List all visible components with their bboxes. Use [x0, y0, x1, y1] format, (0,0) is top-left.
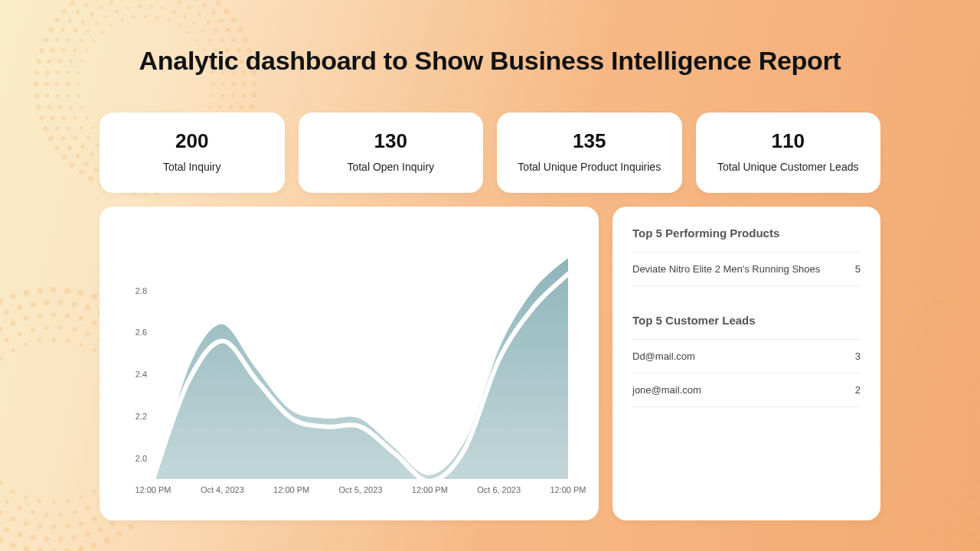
x-tick: 12:00 PM	[550, 485, 586, 494]
x-tick: Oct 6, 2023	[477, 485, 521, 494]
y-tick: 2.8	[136, 286, 147, 295]
product-name: Deviate Nitro Elite 2 Men's Running Shoe…	[632, 263, 855, 275]
x-tick: 12:00 PM	[412, 485, 448, 494]
stat-card-open-inquiry: 130 Total Open Inquiry	[299, 112, 484, 193]
lead-row: jone@mail.com2	[632, 373, 861, 407]
lead-count: 3	[855, 350, 861, 362]
x-tick: 12:00 PM	[135, 485, 171, 494]
stat-card-unique-product: 135 Total Unique Product Inquiries	[497, 112, 682, 193]
y-tick: 2.4	[136, 370, 147, 379]
stat-value: 135	[511, 129, 668, 153]
x-tick: Oct 5, 2023	[339, 485, 383, 494]
stat-value: 200	[113, 129, 271, 153]
lead-count: 2	[855, 384, 861, 396]
x-tick: 12:00 PM	[273, 485, 309, 494]
stat-label: Total Inquiry	[113, 161, 271, 173]
stat-label: Total Open Inquiry	[312, 161, 470, 173]
x-tick: Oct 4, 2023	[201, 485, 244, 494]
product-row: Deviate Nitro Elite 2 Men's Running Shoe…	[632, 252, 861, 286]
stat-value: 130	[312, 129, 470, 153]
top-leads-title: Top 5 Customer Leads	[632, 314, 861, 327]
top-leads-list: Dd@mail.com3jone@mail.com2	[632, 339, 861, 407]
side-panel: Top 5 Performing Products Deviate Nitro …	[612, 207, 880, 520]
lead-row: Dd@mail.com3	[632, 339, 861, 373]
stat-label: Total Unique Product Inquiries	[511, 161, 668, 173]
stat-value: 110	[710, 129, 867, 153]
stat-card-customer-leads: 110 Total Unique Customer Leads	[696, 112, 881, 193]
y-tick: 2.6	[136, 328, 147, 337]
stat-label: Total Unique Customer Leads	[710, 161, 867, 173]
stat-cards: 200 Total Inquiry 130 Total Open Inquiry…	[100, 112, 880, 193]
y-tick: 2.2	[136, 412, 147, 421]
product-count: 5	[855, 263, 861, 275]
stat-card-total-inquiry: 200 Total Inquiry	[100, 112, 285, 193]
chart-panel: 2.02.22.42.62.8 12:00 PMOct 4, 202312:00…	[100, 207, 599, 520]
y-tick: 2.0	[136, 454, 147, 463]
top-products-title: Top 5 Performing Products	[632, 227, 861, 240]
page-title: Analytic dashboard to Show Business Inte…	[100, 46, 880, 76]
top-products-list: Deviate Nitro Elite 2 Men's Running Shoe…	[632, 252, 861, 286]
lead-name: jone@mail.com	[632, 384, 855, 396]
trend-chart: 2.02.22.42.62.8 12:00 PMOct 4, 202312:00…	[122, 230, 576, 507]
lead-name: Dd@mail.com	[632, 350, 855, 362]
